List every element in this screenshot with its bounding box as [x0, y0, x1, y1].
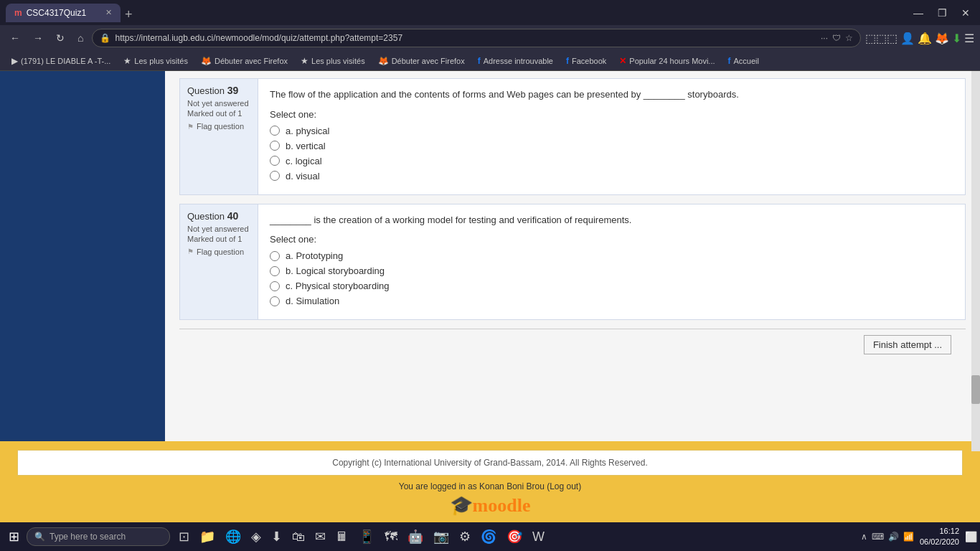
bookmark-fb2-label: Facebook	[572, 57, 606, 65]
tab-title: CSC4317Quiz1	[27, 8, 86, 18]
scrollbar[interactable]	[971, 71, 980, 451]
scrollbar-thumb[interactable]	[971, 375, 980, 404]
file-explorer-button[interactable]: 📁	[195, 526, 220, 547]
star-icon: ★	[123, 56, 131, 66]
taskbar-search[interactable]: 🔍 Type here to search	[27, 527, 170, 546]
store-button[interactable]: 🛍	[288, 527, 309, 547]
q40-label-c[interactable]: c. Physical storyboarding	[286, 281, 390, 291]
finish-attempt-button[interactable]: Finish attempt ...	[864, 335, 951, 354]
firefox-icon: 🦊	[201, 56, 212, 66]
q39-label-d[interactable]: d. visual	[286, 171, 320, 182]
taskbar: ⊞ 🔍 Type here to search ⊡ 📁 🌐 ◈ ⬇ 🛍 ✉ 🖩 …	[0, 522, 980, 551]
camera-button[interactable]: 📷	[429, 526, 453, 547]
taskbar-right: ∧ ⌨ 🔊 📶 16:12 06/02/2020 ⬜	[861, 526, 977, 548]
question-40-select-one: Select one:	[270, 234, 953, 245]
start-button[interactable]: ⊞	[3, 526, 25, 547]
q39-radio-c[interactable]	[270, 156, 280, 166]
q40-radio-c[interactable]	[270, 281, 280, 291]
keyboard-icon: ⌨	[872, 532, 884, 542]
maximize-button[interactable]: ❐	[933, 6, 951, 20]
q39-option-b: b. vertical	[270, 141, 953, 151]
finish-bar: Finish attempt ...	[179, 329, 966, 360]
window-controls: — ❐ ✕	[909, 6, 974, 20]
show-desktop-icon[interactable]: ⬜	[965, 531, 977, 542]
network-icon[interactable]: 📶	[903, 532, 914, 542]
bookmarks-bar: ▶ (1791) LE DIABLE A -T-... ★ Les plus v…	[0, 51, 980, 71]
q39-label-b[interactable]: b. vertical	[286, 141, 326, 151]
back-button[interactable]: ←	[6, 29, 24, 47]
q40-radio-a[interactable]	[270, 251, 280, 261]
extensions-icon: ⬚⬚⬚	[865, 32, 897, 45]
active-tab[interactable]: m CSC4317Quiz1 ✕	[6, 4, 121, 22]
bookmark-fb2[interactable]: f Facebook	[560, 55, 612, 67]
download-icon: ⬇	[952, 32, 961, 45]
q39-radio-b[interactable]	[270, 141, 280, 151]
q39-radio-d[interactable]	[270, 171, 280, 181]
edge-button[interactable]: 🌐	[221, 526, 245, 547]
bookmark-star-icon: ☆	[845, 33, 853, 43]
q40-label-a[interactable]: a. Prototyping	[286, 250, 343, 261]
bookmark-fb3[interactable]: f Accueil	[722, 55, 765, 67]
tab-close-btn[interactable]: ✕	[105, 8, 112, 17]
bookmark-firefox1[interactable]: 🦊 Débuter avec Firefox	[195, 55, 293, 67]
fb2-icon: f	[566, 56, 569, 66]
bookmark-visits1[interactable]: ★ Les plus visités	[118, 55, 194, 67]
time-display: 16:12	[920, 526, 959, 537]
question-40-marks: Marked out of 1	[187, 235, 250, 243]
q39-label-c[interactable]: c. logical	[286, 156, 322, 166]
q39-label-a[interactable]: a. physical	[286, 126, 329, 136]
q40-radio-d[interactable]	[270, 296, 280, 306]
bookmark-visits2[interactable]: ★ Les plus visités	[295, 55, 371, 67]
bookmark-x1[interactable]: ✕ Popular 24 hours Movi...	[613, 55, 720, 67]
close-button[interactable]: ✕	[957, 6, 974, 20]
question-40-flag[interactable]: ⚑ Flag question	[187, 248, 250, 256]
search-icon: 🔍	[34, 532, 45, 542]
lock-icon: 🔒	[100, 33, 110, 43]
copyright-footer: Copyright (c) International University o…	[17, 450, 963, 476]
taskview-button[interactable]: ⊡	[174, 526, 194, 547]
question-40-label: Question 40	[187, 210, 250, 222]
q39-radio-a[interactable]	[270, 126, 280, 136]
bookmark-firefox1-label: Débuter avec Firefox	[215, 57, 288, 65]
url-text: https://internal.iugb.edu.ci/newmoodle/m…	[115, 33, 816, 43]
target-button[interactable]: 🎯	[502, 526, 527, 547]
q40-label-d[interactable]: d. Simulation	[286, 296, 339, 306]
chrome-button[interactable]: 🌀	[476, 526, 501, 547]
minimize-button[interactable]: —	[909, 6, 928, 20]
whatsapp-button[interactable]: 📱	[354, 526, 379, 547]
android-button[interactable]: 🤖	[403, 526, 428, 547]
speaker-icon[interactable]: 🔊	[888, 532, 899, 542]
q40-radio-b[interactable]	[270, 266, 280, 276]
chevron-up-icon[interactable]: ∧	[861, 532, 867, 542]
question-39-flag[interactable]: ⚑ Flag question	[187, 122, 250, 131]
ie-button[interactable]: ◈	[247, 526, 265, 547]
copyright-text: Copyright (c) International University o…	[332, 458, 648, 468]
question-39-body: The flow of the application and the cont…	[258, 78, 966, 195]
forward-button[interactable]: →	[29, 29, 47, 47]
question-39-status: Not yet answered	[187, 99, 250, 108]
settings-button[interactable]: ⚙	[455, 526, 475, 547]
q39-option-c: c. logical	[270, 156, 953, 166]
clock[interactable]: 16:12 06/02/2020	[920, 526, 959, 548]
word-button[interactable]: W	[528, 527, 549, 547]
bookmark-yt[interactable]: ▶ (1791) LE DIABLE A -T-...	[6, 55, 116, 67]
download-manager-button[interactable]: ⬇	[267, 526, 286, 547]
page-wrapper: Question 39 Not yet answered Marked out …	[0, 71, 980, 522]
moodle-icon: 🎓	[450, 495, 473, 516]
bookmark-fb1[interactable]: f Adresse introuvable	[472, 55, 559, 67]
calculator-button[interactable]: 🖩	[331, 527, 353, 547]
q40-label-b[interactable]: b. Logical storyboarding	[286, 265, 385, 276]
question-39-select-one: Select one:	[270, 109, 953, 120]
fb1-icon: f	[478, 56, 481, 66]
question-40-meta: Question 40 Not yet answered Marked out …	[179, 204, 258, 321]
new-tab-button[interactable]: +	[121, 7, 137, 22]
home-button[interactable]: ⌂	[73, 29, 88, 47]
quiz-container: Question 39 Not yet answered Marked out …	[0, 71, 980, 441]
refresh-button[interactable]: ↻	[52, 29, 69, 47]
maps-button[interactable]: 🗺	[380, 527, 402, 547]
address-bar[interactable]: 🔒 https://internal.iugb.edu.ci/newmoodle…	[92, 29, 861, 47]
mail-button[interactable]: ✉	[311, 526, 330, 547]
bookmark-firefox2[interactable]: 🦊 Débuter avec Firefox	[372, 55, 471, 67]
question-39-text: The flow of the application and the cont…	[270, 88, 953, 102]
question-40-number: 40	[227, 210, 239, 222]
